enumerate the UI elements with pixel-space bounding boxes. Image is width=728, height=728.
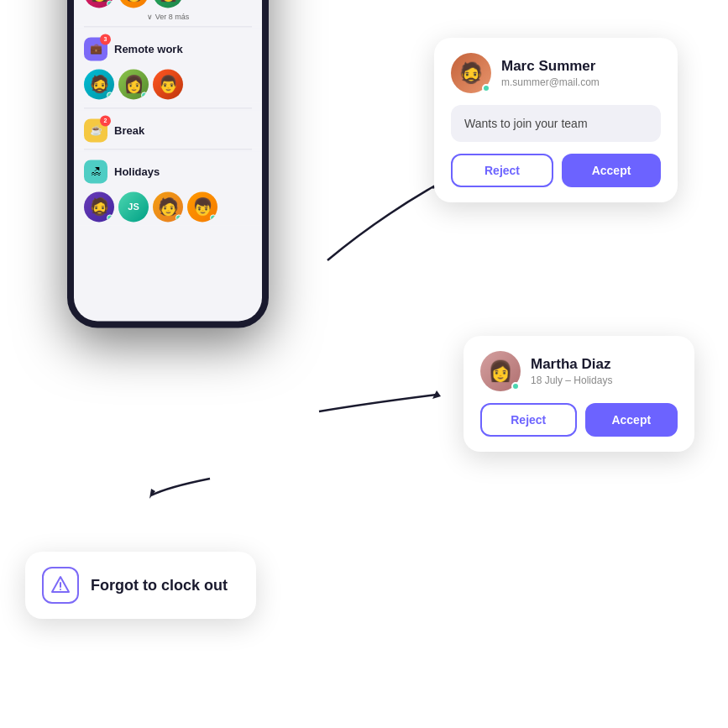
marc-name: Marc Summer bbox=[501, 58, 600, 75]
martha-popup-header: 👩 Martha Diaz 18 July – Holidays bbox=[480, 351, 678, 391]
marc-popup-header: 🧔 Marc Summer m.summer@mail.com bbox=[451, 53, 661, 93]
holidays-icon: 🏖 bbox=[84, 160, 107, 183]
scene: 🕐 100 Working 🧔 👩 bbox=[0, 0, 728, 728]
martha-popup-buttons: Reject Accept bbox=[480, 403, 678, 437]
remote-avatar-1: 🧔 bbox=[84, 69, 114, 99]
marc-message: Wants to join your team bbox=[451, 105, 661, 142]
martha-avatar: 👩 bbox=[480, 351, 521, 391]
remote-avatar-3: 👨 bbox=[153, 69, 183, 99]
marc-email: m.summer@mail.com bbox=[501, 76, 600, 88]
marc-summer-popup: 🧔 Marc Summer m.summer@mail.com Wants to… bbox=[434, 38, 678, 202]
martha-accept-button[interactable]: Accept bbox=[585, 403, 678, 437]
remote-title: Remote work bbox=[114, 43, 183, 55]
remote-icon: 💼 3 bbox=[84, 37, 107, 60]
avatar-8: 👩 bbox=[153, 0, 183, 8]
marc-reject-button[interactable]: Reject bbox=[451, 154, 553, 187]
holidays-avatar-2: JS bbox=[118, 191, 149, 222]
martha-detail: 18 July – Holidays bbox=[531, 374, 612, 386]
break-title: Break bbox=[114, 124, 144, 137]
remote-section-header: 💼 3 Remote work bbox=[74, 32, 262, 65]
warning-card: Forgot to clock out bbox=[42, 567, 239, 604]
svg-marker-4 bbox=[149, 489, 155, 499]
break-icon: ☕ 2 bbox=[84, 118, 107, 142]
holidays-avatar-4: 👦 bbox=[187, 191, 217, 222]
martha-name: Martha Diaz bbox=[531, 356, 612, 373]
remote-avatar-2: 👩 bbox=[118, 69, 149, 99]
holidays-title: Holidays bbox=[114, 165, 160, 178]
marc-accept-button[interactable]: Accept bbox=[562, 154, 661, 187]
phone-device: 🕐 100 Working 🧔 👩 bbox=[67, 0, 269, 327]
martha-reject-button[interactable]: Reject bbox=[480, 403, 577, 437]
warning-icon bbox=[42, 567, 79, 604]
see-more[interactable]: ∨ Ver 8 más bbox=[74, 11, 262, 24]
forgot-clockout-popup: Forgot to clock out bbox=[25, 552, 256, 619]
martha-diaz-popup: 👩 Martha Diaz 18 July – Holidays Reject … bbox=[464, 336, 694, 452]
holidays-avatar-3: 🧑 bbox=[153, 191, 183, 222]
holidays-avatars: 🧔 JS 🧑 👦 bbox=[74, 188, 262, 225]
marc-popup-buttons: Reject Accept bbox=[451, 154, 661, 187]
avatar-7: 🧑 bbox=[118, 0, 149, 8]
phone-screen: 🕐 100 Working 🧔 👩 bbox=[74, 0, 262, 321]
break-section-header: ☕ 2 Break bbox=[74, 113, 262, 147]
working-avatars: 🧔 👩 👨 👩 bbox=[74, 0, 262, 11]
remote-avatars: 🧔 👩 👨 bbox=[74, 65, 262, 102]
holidays-section-header: 🏖 Holidays bbox=[74, 155, 262, 188]
holidays-avatar-1: 🧔 bbox=[84, 191, 114, 222]
remote-badge: 3 bbox=[100, 34, 111, 45]
warning-message: Forgot to clock out bbox=[91, 577, 228, 594]
svg-point-1 bbox=[60, 589, 61, 590]
marc-avatar: 🧔 bbox=[451, 53, 491, 93]
svg-marker-3 bbox=[432, 390, 441, 399]
break-badge: 2 bbox=[100, 115, 111, 126]
avatar-6: 👩 bbox=[84, 0, 114, 8]
